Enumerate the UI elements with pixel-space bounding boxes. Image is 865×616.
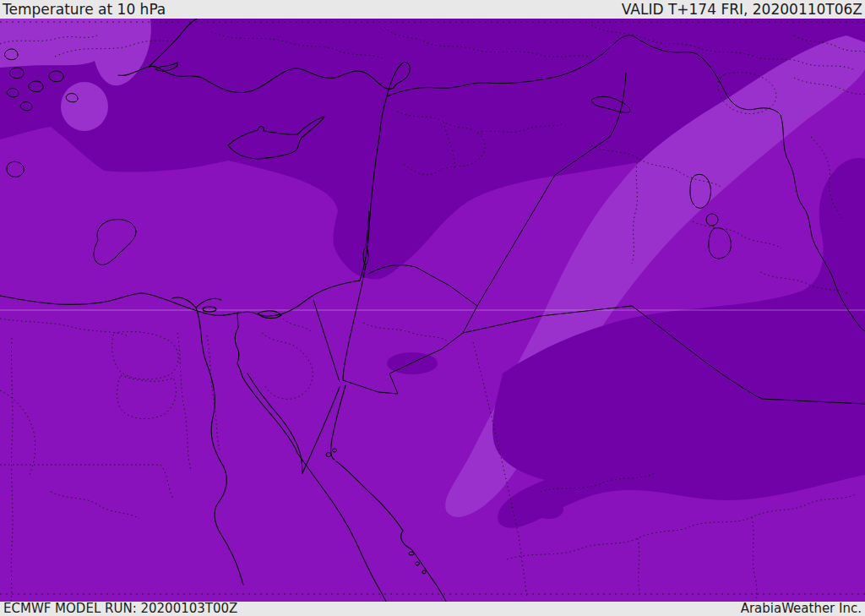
valid-time-label: VALID T+174 FRI, 20200110T06Z bbox=[622, 3, 862, 17]
map-title: Temperature at 10 hPa bbox=[3, 3, 166, 17]
header-bar: Temperature at 10 hPa VALID T+174 FRI, 2… bbox=[0, 0, 865, 19]
map-canvas bbox=[0, 19, 865, 602]
weather-map-app: Temperature at 10 hPa VALID T+174 FRI, 2… bbox=[0, 0, 865, 616]
fill-dark-small-blob bbox=[535, 500, 563, 519]
footer-bar: ECMWF MODEL RUN: 20200103T00Z ArabiaWeat… bbox=[0, 602, 865, 616]
fill-light-blob-west bbox=[61, 82, 108, 131]
credit-label: ArabiaWeather Inc. bbox=[741, 602, 862, 615]
model-run-label: ECMWF MODEL RUN: 20200103T00Z bbox=[3, 602, 237, 615]
weather-map-svg bbox=[0, 19, 865, 602]
